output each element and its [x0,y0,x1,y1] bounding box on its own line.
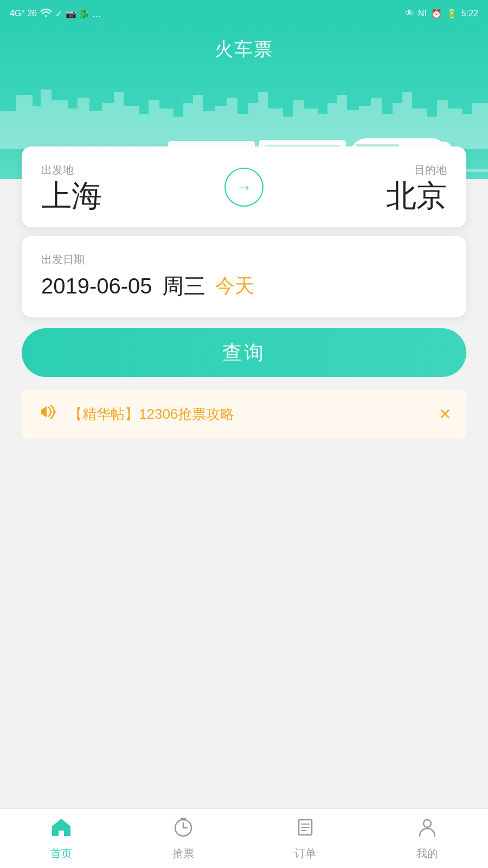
nav-profile[interactable]: 我的 [400,816,454,861]
swap-direction-button[interactable]: → [224,168,264,207]
nav-ticket-grab[interactable]: 抢票 [156,816,210,861]
nav-home-label: 首页 [50,846,72,861]
signal-text: 4G° 26 [10,9,37,18]
svg-point-63 [423,820,431,827]
nav-profile-label: 我的 [416,846,438,861]
weekday-text: 周三 [162,271,206,301]
nav-ticket-label: 抢票 [172,846,194,861]
status-bar: 4G° 26 ✓ 📷 🐉 … 👁 NI ⏰ 🔋 5:22 [0,0,488,27]
svg-point-54 [53,411,54,413]
banner-text: 【精华帖】12306抢票攻略 [68,405,429,424]
svg-rect-4 [49,100,68,149]
alarm-icon: ⏰ [431,9,442,19]
date-text: 2019-06-05 [41,274,152,298]
svg-rect-10 [122,106,139,149]
clock-icon [172,816,194,843]
arrow-icon: → [236,178,252,196]
status-right: 👁 NI ⏰ 🔋 5:22 [405,9,478,19]
svg-marker-51 [41,406,47,417]
nav-orders-label: 订单 [294,846,316,861]
date-value: 2019-06-05 周三 今天 [41,271,447,301]
wifi-icon [40,8,52,20]
speaker-icon [37,402,59,426]
date-card[interactable]: 出发日期 2019-06-05 周三 今天 [22,236,466,317]
promo-banner: 【精华帖】12306抢票攻略 ✕ [22,390,466,438]
svg-rect-8 [102,103,115,149]
bottom-navigation: 首页 抢票 订单 [0,808,488,868]
check-icon: ✓ [55,9,62,19]
svg-rect-7 [88,111,104,149]
eye-icon: 👁 [405,9,414,18]
nav-orders[interactable]: 订单 [278,816,332,861]
main-content: 出发地 上海 → 目的地 北京 出发日期 2019-06-05 周三 今天 查询 [0,146,488,503]
home-icon [50,816,73,843]
search-button[interactable]: 查询 [22,328,466,377]
banner-close-button[interactable]: ✕ [439,405,451,423]
svg-point-53 [54,411,56,413]
nfc-icon: NI [418,9,427,18]
destination-section[interactable]: 目的地 北京 [386,163,447,211]
app-icons: 📷 🐉 … [66,9,101,19]
route-card[interactable]: 出发地 上海 → 目的地 北京 [22,146,466,227]
today-badge: 今天 [215,273,254,299]
page-title: 火车票 [0,27,488,62]
destination-label: 目的地 [386,163,447,177]
user-icon [416,816,438,843]
time-display: 5:22 [461,9,478,18]
battery-icon: 🔋 [446,9,457,19]
departure-section[interactable]: 出发地 上海 [41,163,102,211]
status-left: 4G° 26 ✓ 📷 🐉 … [10,8,101,20]
departure-city: 上海 [41,181,102,211]
destination-city: 北京 [386,181,447,211]
departure-label: 出发地 [41,163,102,177]
date-label: 出发日期 [41,252,447,267]
nav-home[interactable]: 首页 [34,816,88,861]
svg-rect-6 [78,98,89,149]
list-icon [294,816,316,843]
